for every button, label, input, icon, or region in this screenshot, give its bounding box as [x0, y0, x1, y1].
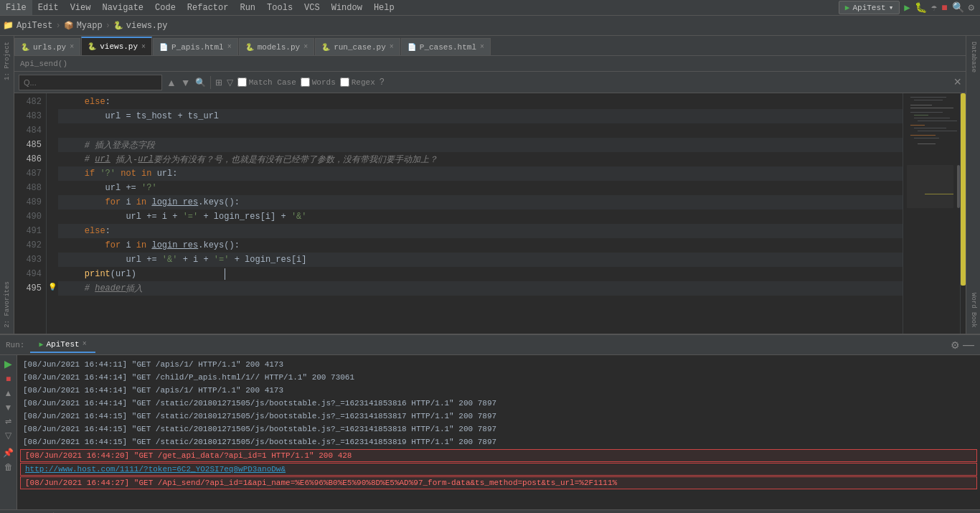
menubar-item-tools[interactable]: Tools [261, 0, 298, 15]
vertical-scrollbar[interactable] [960, 93, 966, 334]
bottom-tab-run[interactable]: ▶ ApiTest × [30, 337, 95, 353]
sidebar-item-favorites[interactable]: 2: Favorites [2, 276, 12, 334]
code-line-493: url += '&' + i + '=' + login_res[i] [58, 253, 903, 267]
run-wrap-btn[interactable]: ⇌ [5, 417, 11, 426]
search-input[interactable] [19, 75, 162, 90]
run-line-3: [08/Jun/2021 16:44:14] "GET /apis/1/ HTT… [17, 384, 980, 397]
svg-rect-6 [914, 118, 950, 118]
menubar-item-run[interactable]: Run [234, 0, 261, 15]
code-line-489: for i in login_res.keys(): [58, 195, 903, 210]
code-line-492: for i in login_res.keys(): [58, 238, 903, 253]
tab-label: models.py [258, 43, 300, 52]
menubar-item-help[interactable]: Help [368, 0, 400, 15]
toolbar-settings-btn[interactable]: ⚙ [969, 1, 974, 14]
breadcrumb-text: Api_send() [20, 60, 67, 68]
tab-urls-py[interactable]: 🐍 urls.py × [14, 38, 80, 55]
sidebar-item-database[interactable]: Database [969, 36, 979, 78]
menubar-item-vcs[interactable]: VCS [298, 0, 326, 15]
match-case-checkbox[interactable] [237, 77, 247, 87]
match-case-label: Match Case [249, 78, 296, 87]
tab-label: views.py [100, 42, 138, 51]
tab-close[interactable]: × [303, 43, 308, 51]
search-prev-btn[interactable]: ▲ [166, 77, 176, 88]
run-play-btn[interactable]: ▶ [4, 358, 12, 370]
search-options-btn[interactable]: ⊞ [215, 77, 222, 88]
toolbar-run-btn[interactable]: ▶ [904, 1, 910, 14]
tabs-bar: 🐍 urls.py × 🐍 views.py × 📄 P_apis.html ×… [14, 36, 966, 56]
run-tab-label: ApiTest [46, 340, 79, 349]
search-close-btn[interactable]: × [953, 75, 961, 90]
tab-run-case-py[interactable]: 🐍 run_case.py × [315, 38, 400, 55]
toolbar-debug-btn[interactable]: 🐛 [915, 1, 927, 14]
run-tab-close[interactable]: × [83, 340, 87, 348]
tab-views-py[interactable]: 🐍 views.py × [81, 37, 152, 55]
minimap [903, 93, 960, 334]
svg-rect-15 [925, 194, 953, 194]
run-label: Run: [0, 341, 30, 349]
menubar-item-file[interactable]: File [0, 0, 32, 15]
menubar-item-refactor[interactable]: Refactor [182, 0, 235, 15]
menubar-item-edit[interactable]: Edit [32, 0, 65, 15]
tab-p-cases-html[interactable]: 📄 P_cases.html × [401, 38, 491, 55]
run-stop-btn[interactable]: ■ [6, 374, 11, 384]
tab-close[interactable]: × [390, 43, 394, 51]
tab-close[interactable]: × [70, 43, 74, 51]
run-trash-btn[interactable]: 🗑 [4, 462, 13, 472]
run-scroll-end-btn[interactable]: 📌 [3, 448, 14, 458]
myapp-icon: 📦 [64, 21, 74, 30]
run-line-6: [08/Jun/2021 16:44:15] "GET /static/2018… [17, 423, 980, 436]
menubar-item-code[interactable]: Code [149, 0, 182, 15]
run-line-4: [08/Jun/2021 16:44:14] "GET /static/2018… [17, 397, 980, 410]
settings-gear-btn[interactable]: ⚙ [951, 339, 960, 351]
tab-close[interactable]: × [227, 43, 232, 51]
run-output[interactable]: [08/Jun/2021 16:44:11] "GET /apis/1/ HTT… [17, 355, 980, 509]
tab-label: run_case.py [334, 43, 386, 52]
bottom-panel: Run: ▶ ApiTest × ⚙ — ▶ ■ ▲ ▼ ⇌ ▽ 📌 🗑 [08… [0, 334, 980, 509]
search-filter-btn[interactable]: ▽ [227, 77, 233, 88]
file-icon: 🐍 [113, 21, 123, 30]
code-line-495: # header插入 [58, 281, 903, 296]
code-line-486: # url 插入-url要分为有没有？号，也就是有没有已经带了参数，没有带我们要… [58, 152, 903, 166]
file-icon: 🐍 [321, 43, 330, 52]
words-option[interactable]: Words [301, 77, 336, 87]
breadcrumb: Api_send() [14, 56, 966, 72]
run-line-2: [08/Jun/2021 16:44:14] "GET /child/P_api… [17, 371, 980, 384]
toolbar-search-btn[interactable]: 🔍 [952, 1, 964, 14]
regex-option[interactable]: Regex [340, 77, 375, 87]
run-filter-btn[interactable]: ▽ [5, 430, 11, 441]
toolbar-coverage-btn[interactable]: ☂ [931, 1, 937, 14]
bottom-strip: ▶ 4: Run 6: TODO 🗄 Database Changes ⬛ Te… [0, 509, 980, 513]
tab-label: urls.py [33, 43, 66, 52]
toolbar-stop-btn[interactable]: ■ [941, 2, 947, 14]
project-name: ApiTest [17, 21, 52, 31]
run-config-label: ApiTest [852, 4, 885, 12]
project-icon: 📁 [3, 20, 14, 31]
run-sidebar-btns: ▶ ■ ▲ ▼ ⇌ ▽ 📌 🗑 [0, 355, 17, 509]
menubar-item-window[interactable]: Window [326, 0, 368, 15]
close-panel-btn[interactable]: — [963, 339, 974, 352]
tab-close[interactable]: × [141, 43, 146, 51]
menubar-item-view[interactable]: View [65, 0, 97, 15]
left-sidebar: 1: Project 2: Favorites [0, 36, 14, 334]
run-up-btn[interactable]: ▲ [4, 388, 13, 398]
sidebar-item-project[interactable]: 1: Project [2, 36, 12, 86]
run-config-selector[interactable]: ▶ ApiTest ▾ [839, 1, 900, 14]
code-content[interactable]: else: url = ts_host + ts_url # 插入登录态字段 #… [58, 93, 903, 334]
regex-help-icon[interactable]: ? [380, 77, 385, 88]
tab-models-py[interactable]: 🐍 models.py × [239, 38, 314, 55]
tab-close[interactable]: × [480, 43, 484, 51]
regex-checkbox[interactable] [340, 77, 349, 87]
search-find-btn[interactable]: 🔍 [195, 77, 206, 88]
run-line-url[interactable]: http://www.host.com/1111/?token=6C2_YO2S… [20, 463, 977, 476]
file-icon: 🐍 [245, 43, 254, 52]
match-case-option[interactable]: Match Case [237, 77, 296, 87]
code-editor[interactable]: 482 483 484 485 486 487 488 489 490 491 … [14, 93, 966, 334]
tab-p-apis-html[interactable]: 📄 P_apis.html × [153, 38, 238, 55]
run-line-1: [08/Jun/2021 16:44:11] "GET /apis/1/ HTT… [17, 358, 980, 371]
separator-arrow2: › [105, 21, 110, 31]
words-checkbox[interactable] [301, 77, 310, 87]
sidebar-item-wordbook[interactable]: Word Book [969, 287, 979, 334]
menubar-item-navigate[interactable]: Navigate [96, 0, 149, 15]
run-down-btn[interactable]: ▼ [4, 403, 13, 413]
search-next-btn[interactable]: ▼ [181, 77, 191, 88]
